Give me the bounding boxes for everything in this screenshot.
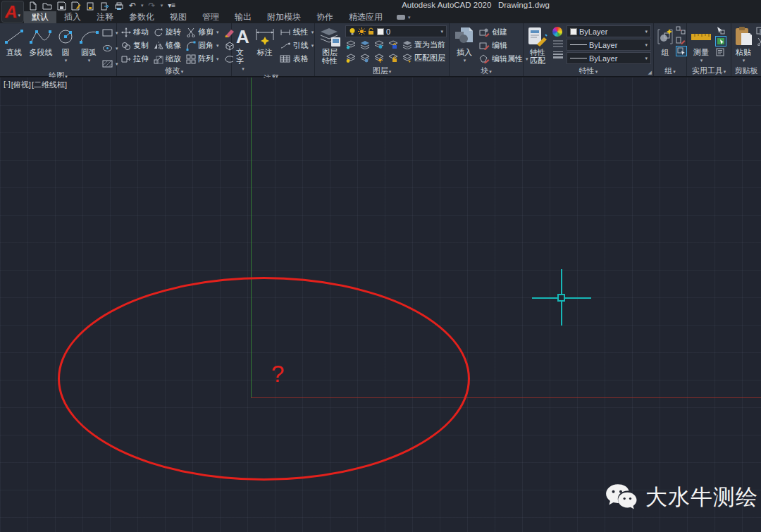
layer-sun-icon[interactable] [373,54,384,63]
layer-on-icon[interactable] [345,54,356,63]
polyline-button[interactable]: 多段线 [27,25,54,70]
undo-dropdown-icon[interactable]: ▾ [141,3,144,8]
dialog-launcher-icon[interactable]: ◢ [648,70,652,75]
create-block-button[interactable]: 创建 [479,25,528,39]
viewport-menu-control[interactable]: [-] [4,80,11,90]
move-icon [121,27,131,37]
ribbon-display-toggle[interactable]: ▾ [390,11,416,23]
group-selection-toggle[interactable] [676,46,687,56]
array-icon [186,54,196,64]
ellipse-button[interactable] [102,42,118,55]
export-icon[interactable] [100,1,109,11]
tab-parametric[interactable]: 参数化 [121,11,162,23]
tab-annotate[interactable]: 注释 [89,11,121,23]
ungroup-icon[interactable] [676,26,686,35]
panel-label-clipboard[interactable]: 剪贴板 [731,66,761,76]
tab-insert[interactable]: 插入 [56,11,89,23]
match-properties-button[interactable]: 特性 匹配 [526,25,550,66]
stretch-button[interactable]: 拉伸 [121,52,149,66]
tab-collaborate[interactable]: 协作 [309,11,341,23]
save-as-icon[interactable] [71,1,81,11]
group-edit-icon[interactable] [676,36,686,44]
panel-label-block[interactable]: 块 [450,66,523,76]
trim-button[interactable]: 修剪 [186,25,219,39]
circle-button[interactable]: 圆 [56,25,75,70]
text-button[interactable]: A 文字 [235,25,250,73]
panel-label-layers[interactable]: 图层 [315,66,449,76]
layer-lock-icon[interactable] [388,40,398,49]
layer-unlock-icon[interactable] [388,54,398,63]
layer-thaw-icon[interactable] [359,54,370,63]
tab-featured-apps[interactable]: 精选应用 [341,11,390,23]
cut-clip-icon[interactable] [756,37,761,46]
redo-icon[interactable]: ↷ [149,1,156,10]
linear-dimension-button[interactable]: 线性 [280,25,314,39]
tab-default[interactable]: 默认 [24,11,56,23]
scale-button[interactable]: 缩放 [154,52,181,66]
copy-clip-icon[interactable] [756,27,761,35]
array-button[interactable]: 阵列 [186,52,219,66]
drawn-ellipse[interactable] [58,277,470,481]
layer-off-icon[interactable] [345,40,356,49]
undo-icon[interactable]: ↶ [129,1,136,10]
new-file-icon[interactable] [28,1,37,11]
scale-icon [154,54,163,64]
move-button[interactable]: 移动 [121,25,149,39]
rectangle-button[interactable] [102,26,118,39]
leader-button[interactable]: 引线 [280,39,314,52]
paste-button[interactable]: 粘贴 [734,25,753,66]
title-bar: A ▾ ↶▾ ↷▾ ▾≡ Autodesk AutoCAD 2020 Drawi… [0,0,761,23]
autocad-app-menu-button[interactable]: A ▾ [1,1,24,23]
visual-style-control[interactable]: [二维线框] [32,80,67,90]
dimension-button[interactable]: 标注 [253,25,277,73]
panel-clipboard: 粘贴 剪贴板 [731,23,761,76]
arc-button[interactable]: 圆弧 [77,25,101,70]
tab-output[interactable]: 输出 [227,11,259,23]
object-color-dropdown[interactable]: ByLayer ▾ [567,25,651,37]
plot-icon[interactable] [86,1,95,11]
insert-block-button[interactable]: 插入 [453,25,476,66]
color-wheel-icon[interactable] [552,27,562,37]
quick-select-icon[interactable] [715,36,726,47]
ribbon-tab-bar: 默认 插入 注释 参数化 视图 管理 输出 附加模块 协作 精选应用 ▾ [24,11,416,23]
drawing-canvas[interactable]: [-] [俯视] [二维线框] ? 大水牛测绘 [0,78,761,532]
tab-view[interactable]: 视图 [162,11,194,23]
view-control[interactable]: [俯视] [11,80,31,90]
panel-label-modify[interactable]: 修改 [117,66,231,76]
print-icon[interactable] [114,1,124,11]
sun-icon [358,27,366,35]
point-select-icon[interactable] [715,26,725,35]
layer-properties-button[interactable]: 图层 特性 [317,25,342,66]
line-button[interactable]: 直线 [2,25,26,70]
panel-label-properties[interactable]: 特性 [524,66,653,76]
layer-isolate-icon[interactable] [359,40,370,49]
set-current-button[interactable]: 置为当前 [402,38,445,51]
linetype-dropdown[interactable]: ByLayer ▾ [567,39,651,51]
edit-attributes-button[interactable]: 编辑属性 [479,52,528,66]
lineweight-dropdown[interactable]: ByLayer ▾ [567,52,651,64]
linetype-icon[interactable] [552,39,564,48]
panel-label-utilities[interactable]: 实用工具 [687,66,731,76]
tab-addins[interactable]: 附加模块 [259,11,309,23]
panel-modify: 移动 复制 拉伸 旋转 镜像 [117,23,232,76]
tab-manage[interactable]: 管理 [194,11,227,23]
layer-select-dropdown[interactable]: 0 ▾ [345,25,447,37]
group-button[interactable]: 组 [656,25,674,66]
match-layer-button[interactable]: 匹配图层 [402,51,445,65]
lineweight-icon[interactable] [552,51,564,59]
copy-button[interactable]: 复制 [121,39,149,52]
save-icon[interactable] [57,1,66,11]
edit-block-button[interactable]: 编辑 [479,39,528,52]
fillet-button[interactable]: 圆角 [186,39,219,52]
measure-button[interactable]: 测量 [689,25,713,66]
list-icon[interactable] [715,48,725,56]
panel-label-groups[interactable]: 组 [654,66,686,76]
open-folder-icon[interactable] [42,1,52,11]
qat-customize-icon[interactable]: ▾≡ [168,1,175,10]
table-button[interactable]: 表格 [280,52,314,66]
hatch-button[interactable] [102,57,118,70]
mirror-button[interactable]: 镜像 [154,39,181,52]
layer-freeze-icon[interactable] [373,40,384,49]
rotate-button[interactable]: 旋转 [154,25,181,39]
redo-dropdown-icon[interactable]: ▾ [161,3,163,8]
